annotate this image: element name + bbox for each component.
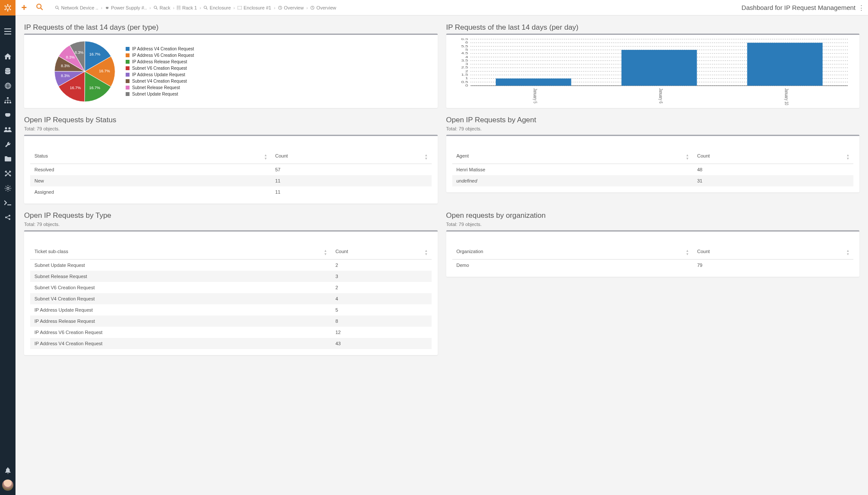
row-count[interactable]: 11	[271, 186, 432, 198]
legend-item[interactable]: Subnet Release Request	[126, 85, 194, 90]
legend-item[interactable]: Subnet Update Request	[126, 92, 194, 96]
row-label: Subnet V4 Creation Request	[30, 293, 331, 304]
svg-point-24	[154, 6, 157, 9]
breadcrumb-item[interactable]: Overview	[310, 5, 336, 10]
row-count[interactable]: 79	[693, 260, 853, 271]
share-icon[interactable]	[0, 210, 15, 225]
svg-text:3: 3	[465, 62, 468, 66]
col-count[interactable]: Count▴▾	[693, 150, 853, 164]
pie-slice-label: 8.3%	[61, 74, 70, 78]
tools-icon[interactable]	[0, 166, 15, 181]
type-table: Ticket sub-class▴▾ Count▴▾ Subnet Update…	[30, 245, 432, 349]
pie-slice-label: 8.3%	[61, 64, 70, 68]
sitemap-icon[interactable]	[0, 93, 15, 108]
row-count[interactable]: 2	[331, 260, 431, 271]
panel-title-type: Open IP Requests by Type	[24, 211, 438, 220]
row-label: Resolved	[30, 164, 271, 176]
col-subclass[interactable]: Ticket sub-class▴▾	[30, 245, 331, 260]
search-button[interactable]	[34, 3, 45, 12]
legend-item[interactable]: Subnet V4 Creation Request	[126, 79, 194, 84]
pie-slice-label: 16.7%	[89, 86, 100, 90]
breadcrumbs: Network Device ..›Power Supply #..›Rack›…	[55, 5, 336, 10]
page-title: Dashboard for IP Request Management	[741, 4, 856, 11]
bell-icon[interactable]	[0, 463, 15, 478]
app-logo[interactable]	[0, 0, 15, 15]
table-row: IP Address V6 Creation Request12	[30, 327, 432, 338]
gear-icon[interactable]	[0, 181, 15, 195]
hand-icon[interactable]	[0, 108, 15, 122]
folder-icon[interactable]	[0, 152, 15, 166]
org-table: Organization▴▾ Count▴▾ Demo79	[452, 245, 854, 271]
table-row: Subnet V6 Creation Request2	[30, 282, 432, 293]
wrench-icon[interactable]	[0, 137, 15, 152]
svg-point-3	[10, 9, 11, 10]
breadcrumb-item[interactable]: Rack	[154, 5, 170, 10]
user-avatar[interactable]	[2, 480, 13, 491]
users-icon[interactable]	[0, 122, 15, 137]
add-button[interactable]: +	[19, 2, 29, 13]
pie-slice-label: 16.7%	[90, 52, 101, 56]
legend-item[interactable]: IP Address V4 Creation Request	[126, 46, 194, 51]
table-row: IP Address Release Request8	[30, 316, 432, 327]
legend-item[interactable]: IP Address V6 Creation Request	[126, 53, 194, 58]
database-icon[interactable]	[0, 64, 15, 78]
svg-text:January 5: January 5	[532, 88, 538, 103]
agent-table: Agent▴▾ Count▴▾ Henri Matisse48undefined…	[452, 150, 854, 186]
breadcrumb-item[interactable]: Enclosure #1	[238, 5, 271, 10]
row-count[interactable]: 4	[331, 293, 431, 304]
breadcrumb-item[interactable]: Power Supply #..	[105, 5, 147, 10]
row-count[interactable]: 2	[331, 282, 431, 293]
col-status[interactable]: Status▴▾	[30, 150, 271, 164]
svg-text:0: 0	[465, 84, 468, 87]
svg-text:6: 6	[465, 40, 468, 44]
pie-legend: IP Address V4 Creation RequestIP Address…	[126, 46, 194, 96]
row-count[interactable]: 3	[331, 271, 431, 282]
globe-icon[interactable]	[0, 78, 15, 93]
breadcrumb-item[interactable]: Overview	[278, 5, 304, 10]
col-count[interactable]: Count▴▾	[693, 245, 853, 260]
row-count[interactable]: 8	[331, 316, 431, 327]
row-count[interactable]: 5	[331, 304, 431, 316]
pie-slice-label: 16.7%	[99, 69, 110, 73]
row-label: Subnet V6 Creation Request	[30, 282, 331, 293]
legend-item[interactable]: IP Address Release Request	[126, 59, 194, 64]
row-count[interactable]: 48	[693, 164, 853, 176]
row-count[interactable]: 43	[331, 338, 431, 349]
sidebar-menu-toggle[interactable]	[0, 24, 15, 39]
row-count[interactable]: 12	[331, 327, 431, 338]
row-count[interactable]: 57	[271, 164, 432, 176]
svg-point-1	[7, 4, 9, 6]
row-count[interactable]: 11	[271, 175, 432, 186]
terminal-icon[interactable]	[0, 195, 15, 210]
svg-point-21	[7, 473, 8, 474]
col-org[interactable]: Organization▴▾	[452, 245, 693, 260]
col-count[interactable]: Count▴▾	[331, 245, 431, 260]
more-icon[interactable]: ⋮	[858, 4, 865, 12]
row-label[interactable]: Henri Matisse	[452, 164, 693, 176]
legend-item[interactable]: Subnet V6 Creation Request	[126, 66, 194, 71]
table-row: Assigned11	[30, 186, 432, 198]
home-icon[interactable]	[0, 49, 15, 64]
pie-slice-label: 8.3%	[66, 55, 75, 59]
row-count[interactable]: 31	[693, 175, 853, 186]
svg-rect-14	[9, 102, 11, 103]
row-label[interactable]: Demo	[452, 260, 693, 271]
svg-point-23	[56, 6, 58, 9]
breadcrumb-item[interactable]: Enclosure	[204, 5, 231, 10]
panel-sub-type: Total: 79 objects.	[24, 222, 438, 227]
svg-point-6	[5, 6, 6, 7]
col-agent[interactable]: Agent▴▾	[452, 150, 693, 164]
legend-item[interactable]: IP Address Update Request	[126, 72, 194, 77]
breadcrumb-item[interactable]: Rack 1	[177, 5, 197, 10]
panel-title-bar: IP Requests of the last 14 days (per day…	[446, 23, 860, 32]
row-label: undefined	[452, 175, 693, 186]
col-count[interactable]: Count▴▾	[271, 150, 432, 164]
svg-point-18	[5, 217, 7, 218]
svg-rect-13	[7, 102, 9, 103]
table-row: IP Address V4 Creation Request43	[30, 338, 432, 349]
row-label: IP Address Release Request	[30, 316, 331, 327]
svg-point-2	[10, 6, 11, 7]
breadcrumb-item[interactable]: Network Device ..	[55, 5, 98, 10]
panel-sub-org: Total: 79 objects.	[446, 222, 860, 227]
pie-slice-label: 16.7%	[70, 86, 81, 90]
